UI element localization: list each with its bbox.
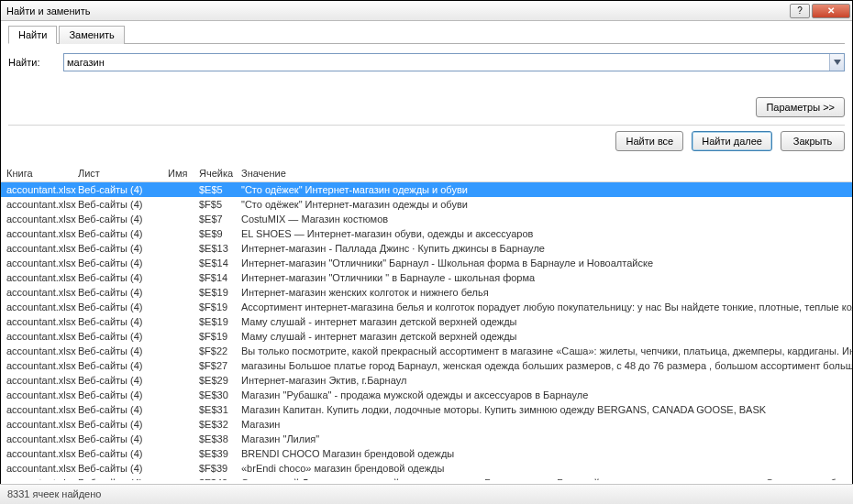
table-row[interactable]: accountant.xlsxВеб-сайты (4)$F$42Спортив…	[1, 476, 852, 480]
table-row[interactable]: accountant.xlsxВеб-сайты (4)$E$38Магазин…	[1, 432, 852, 446]
table-row[interactable]: accountant.xlsxВеб-сайты (4)$F$19Маму сл…	[1, 329, 852, 344]
window-title: Найти и заменить	[6, 5, 788, 16]
results-pane: Книга Лист Имя Ячейка Значение accountan…	[1, 165, 852, 480]
table-row[interactable]: accountant.xlsxВеб-сайты (4)$E$5"Сто одё…	[1, 182, 852, 197]
help-button[interactable]: ?	[790, 4, 810, 18]
table-row[interactable]: accountant.xlsxВеб-сайты (4)$E$13Интерне…	[1, 241, 852, 256]
title-bar: Найти и заменить ? ✕	[1, 1, 852, 21]
table-row[interactable]: accountant.xlsxВеб-сайты (4)$E$19Интерне…	[1, 285, 852, 300]
find-label: Найти:	[8, 57, 63, 68]
col-name[interactable]: Имя	[168, 168, 199, 179]
col-value[interactable]: Значение	[241, 168, 852, 179]
options-button[interactable]: Параметры >>	[756, 97, 845, 117]
find-input[interactable]	[63, 53, 845, 71]
chevron-down-icon	[834, 60, 841, 65]
find-history-dropdown[interactable]	[829, 54, 844, 71]
table-row[interactable]: accountant.xlsxВеб-сайты (4)$E$39BRENDI …	[1, 446, 852, 461]
find-combo	[63, 53, 845, 71]
table-row[interactable]: accountant.xlsxВеб-сайты (4)$F$27магазин…	[1, 358, 852, 373]
col-sheet[interactable]: Лист	[78, 168, 168, 179]
find-all-button[interactable]: Найти все	[615, 131, 683, 151]
tab-find[interactable]: Найти	[8, 26, 57, 44]
table-row[interactable]: accountant.xlsxВеб-сайты (4)$E$14Интерне…	[1, 256, 852, 270]
table-row[interactable]: accountant.xlsxВеб-сайты (4)$E$30Магазин…	[1, 388, 852, 402]
tab-strip: Найти Заменить	[8, 25, 845, 44]
table-row[interactable]: accountant.xlsxВеб-сайты (4)$F$39«brEndi…	[1, 461, 852, 476]
close-window-button[interactable]: ✕	[812, 4, 850, 18]
table-row[interactable]: accountant.xlsxВеб-сайты (4)$E$31Магазин…	[1, 402, 852, 417]
close-button[interactable]: Закрыть	[781, 131, 845, 151]
table-row[interactable]: accountant.xlsxВеб-сайты (4)$F$19Ассорти…	[1, 300, 852, 314]
col-cell[interactable]: Ячейка	[199, 168, 241, 179]
table-row[interactable]: accountant.xlsxВеб-сайты (4)$E$32Магазин	[1, 417, 852, 432]
table-row[interactable]: accountant.xlsxВеб-сайты (4)$E$19Маму сл…	[1, 314, 852, 329]
tab-replace[interactable]: Заменить	[59, 26, 124, 44]
table-row[interactable]: accountant.xlsxВеб-сайты (4)$F$22Вы толь…	[1, 344, 852, 358]
results-header: Книга Лист Имя Ячейка Значение	[1, 165, 852, 182]
results-grid[interactable]: accountant.xlsxВеб-сайты (4)$E$5"Сто одё…	[1, 182, 852, 480]
table-row[interactable]: accountant.xlsxВеб-сайты (4)$E$9EL SHOES…	[1, 226, 852, 241]
col-book[interactable]: Книга	[6, 168, 78, 179]
table-row[interactable]: accountant.xlsxВеб-сайты (4)$E$29Интерне…	[1, 373, 852, 388]
table-row[interactable]: accountant.xlsxВеб-сайты (4)$F$5"Сто одё…	[1, 197, 852, 212]
table-row[interactable]: accountant.xlsxВеб-сайты (4)$F$14Интерне…	[1, 270, 852, 285]
table-row[interactable]: accountant.xlsxВеб-сайты (4)$E$7CostuMIX…	[1, 212, 852, 226]
status-bar: 8331 ячеек найдено	[0, 484, 853, 504]
status-text: 8331 ячеек найдено	[7, 488, 101, 499]
find-next-button[interactable]: Найти далее	[692, 131, 772, 151]
search-panel: Найти Заменить Найти: Параметры >> Найти…	[1, 21, 852, 157]
